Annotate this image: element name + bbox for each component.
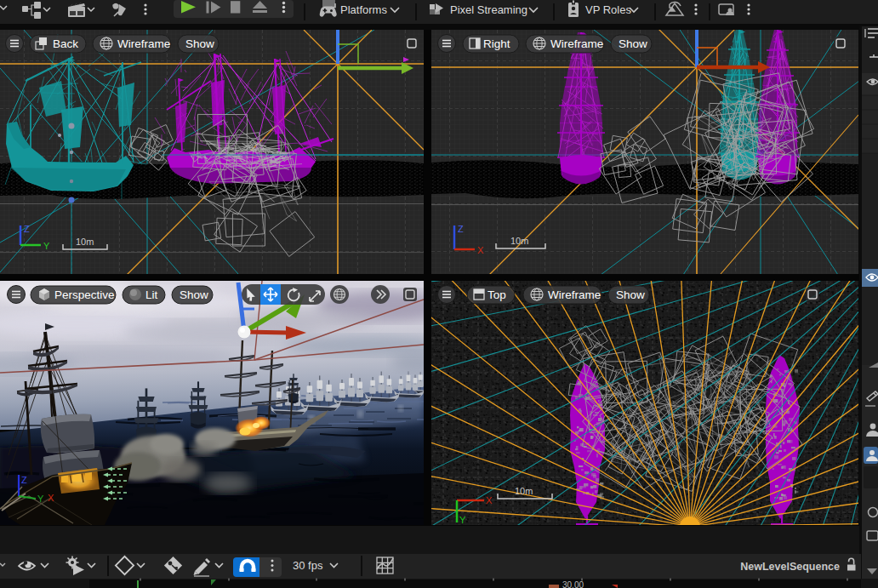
svg-text:Show: Show — [616, 288, 645, 301]
svg-text:Platforms: Platforms — [340, 3, 387, 16]
svg-text:Wireframe: Wireframe — [117, 37, 170, 50]
svg-text:10m: 10m — [510, 236, 528, 246]
svg-text:10m: 10m — [76, 237, 94, 247]
svg-text:X: X — [477, 245, 484, 255]
svg-text:Lit: Lit — [145, 288, 158, 301]
svg-text:X: X — [48, 493, 54, 503]
svg-text:Show: Show — [180, 288, 208, 301]
svg-text:Z: Z — [21, 475, 27, 485]
svg-text:Show: Show — [185, 37, 214, 50]
svg-text:Y: Y — [43, 241, 50, 251]
svg-text:10m: 10m — [515, 486, 533, 496]
svg-text:Top: Top — [487, 288, 506, 301]
svg-text:Back: Back — [53, 37, 78, 50]
svg-text:30 fps: 30 fps — [293, 559, 323, 572]
svg-text:Y: Y — [37, 494, 44, 504]
svg-text:VP Roles: VP Roles — [585, 3, 631, 16]
svg-text:Show: Show — [619, 37, 647, 50]
svg-text:X: X — [486, 495, 493, 505]
svg-text:Wireframe: Wireframe — [550, 37, 603, 50]
svg-text:Pixel Streaming: Pixel Streaming — [450, 3, 527, 16]
svg-text:Y: Y — [459, 515, 466, 525]
svg-text:Z: Z — [24, 224, 30, 234]
svg-text:Perspective: Perspective — [54, 288, 115, 301]
svg-text:30.00: 30.00 — [562, 580, 584, 588]
svg-text:NewLevelSequence: NewLevelSequence — [740, 561, 840, 573]
svg-text:Z: Z — [458, 224, 464, 234]
svg-text:Wireframe: Wireframe — [548, 288, 601, 301]
svg-text:Right: Right — [483, 37, 510, 50]
